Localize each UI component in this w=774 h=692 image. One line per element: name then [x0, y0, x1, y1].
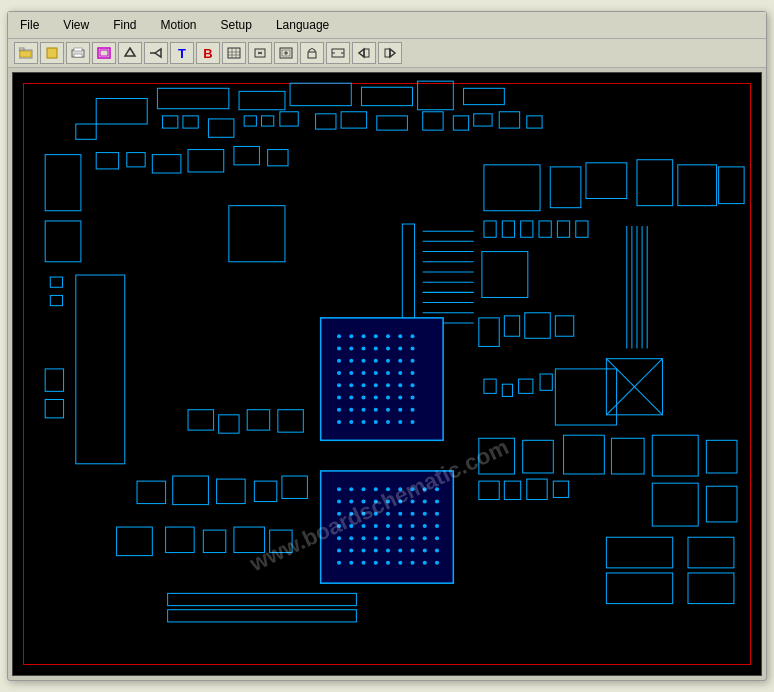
- svg-rect-234: [254, 481, 276, 501]
- svg-point-82: [337, 346, 341, 350]
- svg-point-203: [361, 548, 365, 552]
- menu-language[interactable]: Language: [272, 16, 333, 34]
- svg-rect-42: [208, 119, 234, 137]
- move-up-button[interactable]: [118, 42, 142, 64]
- svg-rect-49: [423, 112, 443, 130]
- menu-file[interactable]: File: [16, 16, 43, 34]
- svg-rect-53: [527, 116, 542, 128]
- svg-rect-255: [519, 379, 533, 393]
- svg-point-101: [398, 371, 402, 375]
- yellow-tool-button[interactable]: [40, 42, 64, 64]
- svg-rect-142: [678, 165, 717, 206]
- svg-point-193: [349, 536, 353, 540]
- svg-point-123: [410, 408, 414, 412]
- print-button[interactable]: [66, 42, 90, 64]
- svg-rect-32: [96, 99, 147, 125]
- svg-rect-146: [521, 221, 533, 237]
- select-button[interactable]: [92, 42, 116, 64]
- svg-rect-58: [152, 155, 181, 173]
- svg-point-80: [398, 334, 402, 338]
- svg-point-186: [374, 524, 378, 528]
- svg-point-215: [398, 561, 402, 565]
- svg-point-202: [349, 548, 353, 552]
- back-button[interactable]: [144, 42, 168, 64]
- svg-point-127: [374, 420, 378, 424]
- menu-bar: File View Find Motion Setup Language: [8, 12, 766, 39]
- svg-point-195: [374, 536, 378, 540]
- svg-rect-5: [74, 48, 82, 51]
- svg-point-212: [361, 561, 365, 565]
- svg-rect-231: [137, 481, 166, 503]
- svg-rect-230: [553, 481, 568, 497]
- text-button[interactable]: T: [170, 42, 194, 64]
- next-page-button[interactable]: [378, 42, 402, 64]
- svg-point-124: [337, 420, 341, 424]
- svg-rect-248: [50, 295, 62, 305]
- svg-rect-249: [188, 410, 214, 430]
- svg-point-173: [435, 500, 439, 504]
- grid-button[interactable]: [222, 42, 246, 64]
- svg-rect-149: [576, 221, 588, 237]
- svg-point-207: [410, 548, 414, 552]
- svg-point-112: [361, 395, 365, 399]
- svg-rect-132: [45, 369, 63, 391]
- svg-rect-136: [525, 313, 551, 339]
- svg-point-117: [337, 408, 341, 412]
- svg-point-83: [349, 346, 353, 350]
- svg-rect-59: [188, 150, 224, 172]
- menu-motion[interactable]: Motion: [156, 16, 200, 34]
- svg-point-119: [361, 408, 365, 412]
- svg-marker-31: [390, 49, 395, 57]
- menu-view[interactable]: View: [59, 16, 93, 34]
- svg-point-165: [337, 500, 341, 504]
- svg-point-111: [349, 395, 353, 399]
- svg-rect-254: [502, 384, 512, 396]
- svg-rect-61: [268, 150, 288, 166]
- svg-point-179: [398, 512, 402, 516]
- svg-point-78: [374, 334, 378, 338]
- zoom-button[interactable]: [274, 42, 298, 64]
- svg-point-158: [361, 487, 365, 491]
- svg-point-109: [410, 383, 414, 387]
- svg-rect-37: [418, 81, 454, 110]
- svg-point-108: [398, 383, 402, 387]
- svg-point-115: [398, 395, 402, 399]
- svg-point-157: [349, 487, 353, 491]
- prev-page-button[interactable]: [352, 42, 376, 64]
- menu-setup[interactable]: Setup: [217, 16, 256, 34]
- svg-rect-134: [479, 318, 499, 347]
- svg-rect-39: [76, 124, 96, 139]
- svg-rect-222: [611, 438, 644, 474]
- fit-button[interactable]: [248, 42, 272, 64]
- svg-rect-43: [244, 116, 256, 126]
- svg-point-122: [398, 408, 402, 412]
- canvas-area[interactable]: www.boardschematic.com: [12, 72, 762, 676]
- svg-marker-28: [359, 49, 364, 57]
- svg-point-156: [337, 487, 341, 491]
- svg-rect-232: [173, 476, 209, 505]
- open-button[interactable]: [14, 42, 38, 64]
- svg-point-191: [435, 524, 439, 528]
- svg-rect-147: [539, 221, 551, 237]
- svg-point-130: [410, 420, 414, 424]
- svg-rect-34: [239, 91, 285, 109]
- svg-rect-244: [688, 537, 734, 568]
- svg-point-96: [337, 371, 341, 375]
- svg-point-196: [386, 536, 390, 540]
- svg-rect-35: [290, 83, 351, 105]
- svg-point-91: [361, 359, 365, 363]
- svg-rect-148: [557, 221, 569, 237]
- menu-find[interactable]: Find: [109, 16, 140, 34]
- svg-rect-247: [50, 277, 62, 287]
- ref-button[interactable]: [326, 42, 350, 64]
- svg-rect-226: [706, 486, 737, 522]
- lock-button[interactable]: [300, 42, 324, 64]
- svg-point-189: [410, 524, 414, 528]
- svg-point-76: [349, 334, 353, 338]
- svg-rect-241: [168, 593, 357, 605]
- svg-rect-243: [606, 537, 672, 568]
- svg-point-214: [386, 561, 390, 565]
- bold-button[interactable]: B: [196, 42, 220, 64]
- svg-point-118: [349, 408, 353, 412]
- svg-rect-40: [163, 116, 178, 128]
